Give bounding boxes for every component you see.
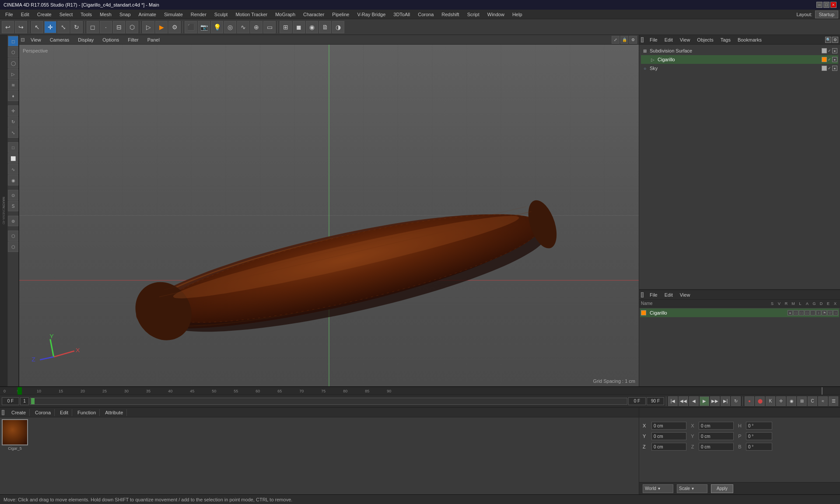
col-icon-a[interactable]: I <box>816 310 821 315</box>
lt-model-button[interactable]: ◻ <box>8 36 18 46</box>
light-button[interactable]: 💡 <box>211 21 223 33</box>
coord-x-size[interactable] <box>699 422 734 430</box>
material-swatch-cigar[interactable] <box>2 419 28 445</box>
menu-3dtoall[interactable]: 3DToAll <box>390 11 413 18</box>
menu-snap[interactable]: Snap <box>116 11 134 18</box>
menu-file[interactable]: File <box>2 11 17 18</box>
coord-h-val[interactable] <box>746 422 772 430</box>
motion-clip-button[interactable]: ✛ <box>776 396 786 406</box>
omb-collapse-icon[interactable] <box>641 292 644 298</box>
render-settings-button[interactable]: ⚙ <box>168 21 181 33</box>
menu-animate[interactable]: Animate <box>135 11 160 18</box>
col-icon-e[interactable]: → <box>833 310 838 315</box>
menu-corona[interactable]: Corona <box>414 11 437 18</box>
lt-live-select-button[interactable]: ◉ <box>8 175 18 186</box>
lt-rect-select-button[interactable]: ⬜ <box>8 153 18 164</box>
floor-button[interactable]: ▭ <box>263 21 276 33</box>
redo-button[interactable]: ↪ <box>15 21 27 33</box>
render-button[interactable]: ▶ <box>155 21 168 33</box>
gouraud-button[interactable]: ◉ <box>306 21 318 33</box>
menu-simulate[interactable]: Simulate <box>161 11 186 18</box>
flat-button[interactable]: ◼ <box>293 21 305 33</box>
apply-button[interactable]: Apply <box>711 484 733 493</box>
spline-button[interactable]: ∿ <box>237 21 249 33</box>
lt-anim-button[interactable]: ▷ <box>8 69 18 79</box>
omb-item-cigarillo[interactable]: Cigarillo ● □ □ □ · I ⚑ ▽ → <box>640 308 839 317</box>
lt-brush-button[interactable]: ⬡ <box>8 231 18 241</box>
coord-z-size[interactable] <box>699 443 734 451</box>
lt-scale-button[interactable]: ⤡ <box>8 127 18 138</box>
col-icon-v[interactable]: □ <box>793 310 798 315</box>
menu-pipeline[interactable]: Pipeline <box>329 11 353 18</box>
cube-button[interactable]: ⬛ <box>185 21 197 33</box>
world-dropdown[interactable]: World ▾ <box>643 484 673 493</box>
step-forward-button[interactable]: ▶▶ <box>710 396 720 406</box>
object-mode-button[interactable]: ◻ <box>87 21 99 33</box>
col-icon-r[interactable]: □ <box>799 310 804 315</box>
om-file-menu[interactable]: File <box>647 36 660 43</box>
point-mode-button[interactable]: · <box>100 21 112 33</box>
lt-select-all-button[interactable]: □ <box>8 142 18 153</box>
lt-rotate-button[interactable]: ↻ <box>8 116 18 127</box>
menu-help[interactable]: Help <box>509 11 526 18</box>
minimize-button[interactable]: ─ <box>816 2 822 8</box>
vp-collapse-icon[interactable] <box>21 38 24 42</box>
col-icon-d[interactable]: ▽ <box>827 310 833 315</box>
select-tool-button[interactable]: ↖ <box>31 21 43 33</box>
lt-lasso-button[interactable]: ∿ <box>8 164 18 175</box>
coord-p-val[interactable] <box>746 432 772 440</box>
tab-create[interactable]: Create <box>8 409 30 416</box>
timeline-scrubber[interactable] <box>30 398 627 405</box>
omb-file-menu[interactable]: File <box>647 291 660 298</box>
lt-snap-button[interactable]: S <box>8 201 18 211</box>
key-all-button[interactable]: K <box>766 396 775 406</box>
vp-settings-button[interactable]: ⚙ <box>629 36 637 44</box>
lt-sculpt-button[interactable]: ♦ <box>8 91 18 101</box>
lt-bp-button[interactable]: ◯ <box>8 58 18 68</box>
om-settings-icon[interactable]: ⚙ <box>832 37 838 43</box>
col-icon-m[interactable]: □ <box>805 310 810 315</box>
tab-function[interactable]: Function <box>74 409 100 416</box>
scale-dropdown[interactable]: Scale ▾ <box>677 484 707 493</box>
om-item-subdivision[interactable]: ⊞ Subdivision Surface ✓ ● <box>641 46 838 55</box>
vp-view-menu[interactable]: View <box>28 36 44 43</box>
lt-move-button[interactable]: ✛ <box>8 105 18 116</box>
menu-motion-tracker[interactable]: Motion Tracker <box>232 11 271 18</box>
coord-z-pos[interactable] <box>651 443 686 451</box>
om-item-sky[interactable]: ○ Sky ✓ ● <box>641 64 838 73</box>
null-button[interactable]: ⊕ <box>250 21 262 33</box>
col-icon-s[interactable]: ● <box>788 310 793 315</box>
menu-edit[interactable]: Edit <box>18 11 33 18</box>
mp-collapse-icon[interactable] <box>2 410 4 415</box>
play-forward-button[interactable]: ▶ <box>700 396 709 406</box>
scrubber-handle[interactable] <box>31 398 35 404</box>
quick-shade-button[interactable]: ◑ <box>332 21 344 33</box>
menu-mograph[interactable]: MoGraph <box>272 11 299 18</box>
end-frame-display[interactable] <box>647 397 664 405</box>
menu-create[interactable]: Create <box>34 11 55 18</box>
col-icon-l[interactable]: · <box>810 310 816 315</box>
tab-corona[interactable]: Corona <box>32 409 55 416</box>
current-frame-input[interactable] <box>2 397 19 405</box>
menu-mesh[interactable]: Mesh <box>96 11 115 18</box>
tab-edit[interactable]: Edit <box>56 409 72 416</box>
material-item[interactable]: Cigar_5 <box>2 419 28 493</box>
om-item-cigarillo[interactable]: ▷ Cigarillo ✓ ● <box>641 55 838 64</box>
coord-x-pos[interactable] <box>651 422 686 430</box>
om-edit-menu[interactable]: Edit <box>662 36 676 43</box>
menu-redshift[interactable]: Redshift <box>438 11 462 18</box>
menu-window[interactable]: Window <box>484 11 508 18</box>
lt-magnet-button[interactable]: ⊙ <box>8 190 18 200</box>
menu-script[interactable]: Script <box>464 11 483 18</box>
om-view-menu[interactable]: View <box>677 36 693 43</box>
om-collapse-icon[interactable] <box>641 37 644 42</box>
poly-mode-button[interactable]: ⬡ <box>126 21 138 33</box>
undo-button[interactable]: ↩ <box>2 21 14 33</box>
rotate-tool-button[interactable]: ↻ <box>70 21 83 33</box>
menu-sculpt[interactable]: Sculpt <box>211 11 231 18</box>
coord-y-pos[interactable] <box>651 432 686 440</box>
lt-soft-sel-button[interactable]: ⊚ <box>8 216 18 226</box>
layout-value[interactable]: Startup <box>815 10 838 18</box>
auto-key-button[interactable]: ⬤ <box>755 396 765 406</box>
loop-button[interactable]: ↻ <box>731 396 741 406</box>
